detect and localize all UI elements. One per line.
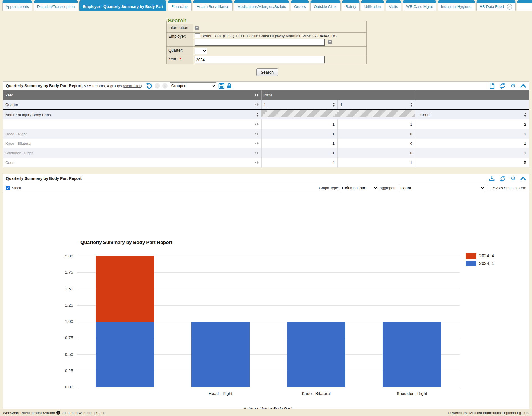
lock-icon[interactable]	[227, 83, 232, 89]
collapse-panel-icon[interactable]	[520, 177, 526, 181]
tab-label: Appointments	[6, 4, 29, 9]
tab-utilization[interactable]: Utilization	[361, 0, 384, 11]
view-mode-select[interactable]: Grouped	[170, 82, 216, 89]
y-tick-label: 1.75	[56, 270, 73, 275]
tab-health-surveillance[interactable]: Health Surveillance	[193, 0, 233, 11]
settings-gear-icon[interactable]: ⚙	[510, 83, 516, 89]
tab-label: Employer : Quarterly Summary by Body Par…	[83, 4, 163, 9]
year-row: Year: *	[167, 55, 366, 64]
settings-gear-icon[interactable]: ⚙	[510, 176, 516, 181]
table-row: Count415	[3, 158, 529, 167]
employer-collapse-button[interactable]: —	[195, 33, 200, 38]
tab-financials[interactable]: Financials	[168, 0, 192, 11]
table-panel-title: Quarterly Summary by Body Part Report,	[6, 83, 83, 88]
table-panel-header: Quarterly Summary by Body Part Report, 5…	[3, 82, 529, 90]
sort-icon[interactable]	[524, 113, 526, 117]
move-columns-icon[interactable]	[255, 103, 259, 106]
info-icon[interactable]: i	[56, 411, 60, 415]
move-columns-icon[interactable]	[255, 142, 259, 145]
chart-title: Quarterly Summary by Body Part Report	[80, 240, 172, 245]
legend-swatch	[466, 261, 476, 266]
aggregate-label: Aggregate:	[380, 186, 398, 190]
row-label: Count	[5, 160, 15, 165]
table-row: 112	[3, 119, 529, 129]
report-table-panel: Quarterly Summary by Body Part Report, 5…	[3, 81, 529, 167]
y-tick-label: 1.25	[56, 303, 73, 308]
count-column-header: Count	[420, 113, 430, 117]
graph-type-select[interactable]: Column Chart	[341, 185, 378, 191]
quarter-row: Quarter:	[167, 46, 366, 55]
cell-value: 4	[332, 160, 335, 165]
tab-label: Safety	[345, 4, 356, 9]
table-year-row: Year 2024	[3, 90, 529, 100]
sort-icon[interactable]	[256, 113, 259, 117]
tab-industrial-hygiene[interactable]: Industrial Hygiene	[438, 0, 475, 11]
quarter-4-header: 4	[340, 103, 342, 107]
tab-visits[interactable]: Visits	[386, 0, 401, 11]
search-button[interactable]: Search	[256, 68, 278, 76]
table-body: 112Head - Right101Knee - Bilateral101Sho…	[3, 119, 529, 167]
year-row-label: Year	[5, 93, 13, 97]
footer-app-name: WebChart Development System	[3, 411, 55, 415]
tab-employer-quarterly-summary-by-body-part[interactable]: Employer : Quarterly Summary by Body Par…	[79, 0, 166, 11]
hatched-placeholder-cell	[261, 110, 415, 117]
aggregate-select[interactable]: Count	[399, 185, 485, 191]
employer-help-icon[interactable]: ?	[328, 40, 332, 44]
tab-medications-allergies-scripts[interactable]: Medications/Allergies/Scripts	[234, 0, 289, 11]
move-columns-icon[interactable]	[255, 123, 259, 126]
tab-orders[interactable]: Orders	[291, 0, 309, 11]
tab-appointments[interactable]: Appointments	[2, 0, 32, 11]
y-tick-label: 1.50	[56, 286, 73, 291]
table-record-count: 5 / 5 records, 4 groups	[84, 84, 122, 88]
tab-wr-case-mgmt[interactable]: WR Case Mgmt	[403, 0, 436, 11]
move-columns-icon[interactable]	[255, 152, 259, 154]
move-columns-icon[interactable]	[255, 94, 259, 96]
refresh-icon[interactable]	[499, 175, 506, 182]
clear-filter-link[interactable]: (clear filter)	[123, 84, 142, 88]
sort-icon[interactable]	[410, 103, 412, 107]
tab-safety[interactable]: Safety	[342, 0, 359, 11]
tab-outside-clinic[interactable]: Outside Clinic	[310, 0, 341, 11]
y-tick-label: 0.00	[56, 385, 73, 389]
search-legend: Search	[168, 17, 188, 24]
quarter-row-label: Quarter	[5, 103, 18, 107]
tab-label: Utilization	[364, 4, 381, 9]
legend-item: 2024, 4	[466, 253, 494, 259]
plot-area	[77, 256, 460, 387]
move-columns-icon[interactable]	[255, 132, 259, 135]
external-link-icon[interactable]: ↗	[507, 4, 512, 10]
sort-icon[interactable]	[333, 103, 335, 107]
stack-checkbox[interactable]: ✓	[6, 186, 10, 190]
collapse-panel-icon[interactable]	[520, 84, 526, 88]
save-icon[interactable]	[218, 83, 224, 89]
cell-value: 5	[524, 160, 526, 165]
chart-canvas: Quarterly Summary by Body Part Report Na…	[3, 195, 529, 408]
employer-label: Employer:	[167, 33, 193, 46]
tab-dictation-transcription[interactable]: Dictation/Transcription	[34, 0, 78, 11]
tab-partial[interactable]	[517, 0, 532, 11]
new-document-icon[interactable]	[489, 83, 495, 89]
next-page-icon[interactable]: ❯	[162, 83, 168, 89]
required-asterisk: *	[179, 57, 181, 61]
tab-hr-data-feed[interactable]: HR Data Feed↗	[476, 0, 516, 11]
cell-value: 1	[332, 141, 335, 146]
prev-page-icon[interactable]: ❮	[155, 83, 160, 89]
download-icon[interactable]	[489, 175, 495, 182]
employer-search-input[interactable]	[195, 39, 325, 46]
tab-label: Visits	[389, 4, 398, 9]
tab-bar: AppointmentsDictation/TranscriptionEmplo…	[0, 0, 532, 11]
row-label: Head - Right	[5, 132, 27, 136]
bar-segment-q1	[191, 322, 250, 387]
yaxis-zero-checkbox[interactable]	[487, 186, 491, 190]
legend-label: 2024, 4	[479, 254, 494, 259]
information-help-icon[interactable]: ?	[195, 26, 199, 30]
move-columns-icon[interactable]	[255, 161, 259, 164]
year-input[interactable]	[195, 56, 325, 63]
undo-icon[interactable]	[146, 83, 152, 89]
quarter-select[interactable]	[195, 48, 207, 54]
report-chart-panel: Quarterly Summary by Body Part Report ⚙ …	[3, 174, 529, 409]
tab-label: Outside Clinic	[314, 4, 337, 9]
refresh-icon[interactable]	[499, 83, 506, 89]
cell-value: 1	[332, 151, 335, 155]
y-tick-label: 0.50	[56, 352, 73, 357]
